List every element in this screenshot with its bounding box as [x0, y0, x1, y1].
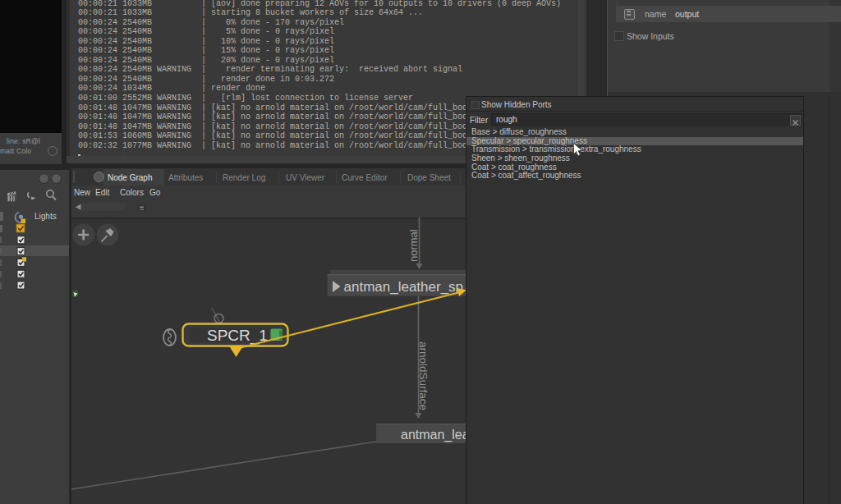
- svg-text:SPCR_1: SPCR_1: [207, 327, 268, 345]
- svg-text:normal: normal: [407, 229, 420, 262]
- svg-text:arnoldSurface: arnoldSurface: [417, 341, 430, 410]
- svg-text:antman_lea: antman_lea: [401, 428, 470, 442]
- svg-text:antman_leather_sp: antman_leather_sp: [344, 279, 464, 295]
